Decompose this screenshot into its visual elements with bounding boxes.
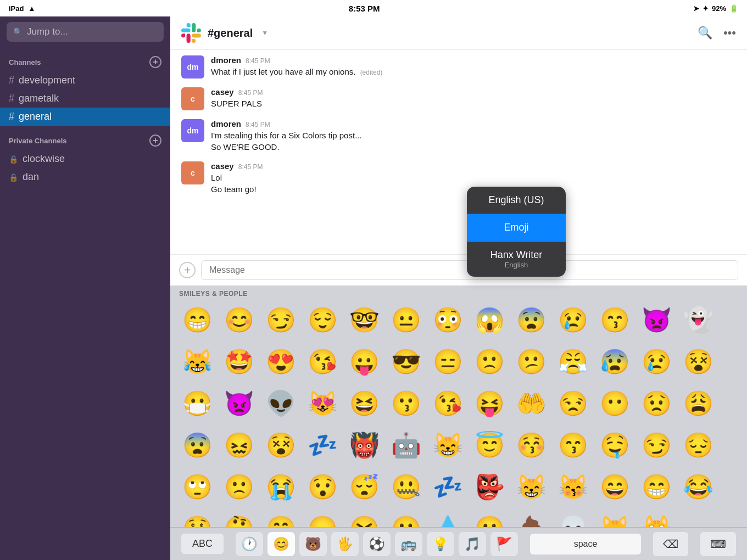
emoji-cell[interactable]: 😶 — [594, 383, 635, 424]
emoji-cell[interactable]: 🙁 — [219, 467, 259, 507]
emoji-cell[interactable]: 🤩 — [219, 341, 259, 382]
emoji-cell[interactable]: 😱 — [469, 300, 510, 340]
emoji-cell[interactable]: 😨 — [177, 425, 218, 466]
recent-icon-button[interactable]: 🕐 — [236, 532, 263, 556]
emoji-cell[interactable]: 😙 — [553, 425, 593, 466]
emoji-cell[interactable]: 😎 — [386, 341, 426, 382]
emoji-cell[interactable]: 😆 — [344, 383, 384, 424]
sidebar-item-dan[interactable]: 🔒 dan — [0, 168, 170, 186]
emoji-cell[interactable]: 😵 — [260, 425, 301, 466]
objects-icon-button[interactable]: 💡 — [427, 532, 454, 556]
emoji-cell[interactable]: 👿 — [636, 300, 677, 340]
emoji-cell[interactable]: 👹 — [344, 425, 384, 466]
add-channel-button[interactable]: + — [149, 56, 161, 68]
delete-button[interactable]: ⌫ — [653, 532, 688, 556]
emoji-cell[interactable]: 🙄 — [177, 467, 218, 507]
sports-icon-button[interactable]: ⚽ — [363, 532, 391, 556]
emoji-cell[interactable]: 👻 — [678, 300, 718, 340]
emoji-cell[interactable]: 😘 — [302, 341, 343, 382]
abc-button[interactable]: ABC — [181, 534, 224, 554]
emoji-cell[interactable]: 🤑 — [177, 508, 218, 527]
emoji-cell[interactable]: 🙁 — [469, 341, 510, 382]
emoji-cell[interactable]: 🤔 — [219, 508, 259, 527]
more-options-button[interactable]: ••• — [723, 26, 736, 40]
emoji-cell[interactable]: 😭 — [260, 467, 301, 507]
emoji-cell[interactable]: 😵 — [678, 341, 718, 382]
emoji-cell[interactable]: 🤖 — [386, 425, 426, 466]
emoji-cell[interactable]: 😁 — [177, 300, 218, 340]
emoji-cell[interactable]: 💤 — [427, 467, 468, 507]
emoji-cell[interactable]: 😌 — [302, 300, 343, 340]
emoji-cell[interactable]: 😑 — [427, 341, 468, 382]
emoji-cell[interactable]: 😺 — [594, 508, 635, 527]
emoji-cell[interactable]: 😷 — [177, 383, 218, 424]
emoji-cell[interactable]: 😤 — [553, 341, 593, 382]
sidebar-item-clockwise[interactable]: 🔒 clockwise — [0, 150, 170, 168]
emoji-icon-button[interactable]: 😊 — [267, 532, 295, 556]
search-button[interactable]: 🔍 — [698, 26, 712, 40]
emoji-cell[interactable]: 🤤 — [594, 425, 635, 466]
emoji-cell[interactable]: 😨 — [511, 300, 551, 340]
emoji-cell[interactable]: 💩 — [511, 508, 551, 527]
sidebar-item-general[interactable]: # general — [0, 108, 170, 126]
emoji-cell[interactable]: 😊 — [219, 300, 259, 340]
language-option-hanx[interactable]: Hanx Writer English — [467, 242, 566, 277]
emoji-cell[interactable]: 😙 — [594, 300, 635, 340]
emoji-cell[interactable]: 👺 — [469, 467, 510, 507]
emoji-cell[interactable]: 😄 — [594, 467, 635, 507]
emoji-cell[interactable]: 😸 — [427, 425, 468, 466]
emoji-cell[interactable]: 😴 — [344, 467, 384, 507]
keyboard-dismiss-button[interactable]: ⌨ — [700, 532, 736, 556]
emoji-cell[interactable]: 😐 — [386, 300, 426, 340]
emoji-cell[interactable]: 💤 — [302, 425, 343, 466]
emoji-cell[interactable]: 😻 — [302, 383, 343, 424]
emoji-cell[interactable]: 😢 — [553, 300, 593, 340]
emoji-cell[interactable]: 😰 — [594, 341, 635, 382]
attachment-button[interactable]: + — [179, 262, 196, 278]
emoji-cell[interactable]: 😮 — [386, 508, 426, 527]
emoji-cell[interactable]: 😏 — [636, 425, 677, 466]
emoji-cell[interactable]: 🤓 — [344, 300, 384, 340]
emoji-cell[interactable]: 😖 — [219, 425, 259, 466]
emoji-cell[interactable]: 🤲 — [511, 383, 551, 424]
travel-icon-button[interactable]: 🚌 — [395, 532, 422, 556]
emoji-cell[interactable]: 😔 — [678, 425, 718, 466]
channel-dropdown-icon[interactable]: ▼ — [261, 29, 268, 37]
emoji-cell[interactable]: 🙀 — [636, 508, 677, 527]
emoji-cell[interactable]: 😒 — [553, 383, 593, 424]
flags-icon-button[interactable]: 🚩 — [490, 532, 518, 556]
sidebar-search[interactable]: 🔍 Jump to... — [7, 22, 164, 42]
emoji-cell[interactable]: 😕 — [511, 341, 551, 382]
space-button[interactable]: space — [530, 534, 642, 555]
animals-icon-button[interactable]: 🐻 — [299, 532, 327, 556]
emoji-cell[interactable]: 😛 — [344, 341, 384, 382]
emoji-cell[interactable]: 🤐 — [386, 467, 426, 507]
emoji-cell[interactable]: 😆 — [344, 508, 384, 527]
emoji-cell[interactable]: 😹 — [177, 341, 218, 382]
emoji-cell[interactable]: 🤭 — [260, 508, 301, 527]
emoji-cell[interactable]: 😇 — [469, 425, 510, 466]
language-option-emoji[interactable]: Emoji — [467, 214, 566, 242]
emoji-cell[interactable]: 😳 — [427, 300, 468, 340]
emoji-cell[interactable]: 😟 — [636, 383, 677, 424]
emoji-cell[interactable]: 💧 — [427, 508, 468, 527]
hands-icon-button[interactable]: 🖐 — [331, 532, 359, 556]
emoji-cell[interactable]: 😏 — [260, 300, 301, 340]
sidebar-item-gametalk[interactable]: # gametalk — [0, 89, 170, 108]
add-private-channel-button[interactable]: + — [149, 135, 161, 147]
emoji-cell[interactable]: 😗 — [386, 383, 426, 424]
emoji-cell[interactable]: 😍 — [260, 341, 301, 382]
emoji-cell[interactable]: 😁 — [636, 467, 677, 507]
language-option-english[interactable]: English (US) — [467, 187, 566, 214]
emoji-cell[interactable]: 👽 — [260, 383, 301, 424]
emoji-cell[interactable]: 💀 — [553, 508, 593, 527]
emoji-cell[interactable]: 😯 — [302, 467, 343, 507]
emoji-cell[interactable]: 😝 — [469, 383, 510, 424]
emoji-cell[interactable]: 😂 — [678, 467, 718, 507]
emoji-cell[interactable]: 😘 — [427, 383, 468, 424]
emoji-cell[interactable]: 😩 — [678, 383, 718, 424]
symbols-icon-button[interactable]: 🎵 — [459, 532, 486, 556]
emoji-cell[interactable]: 😢 — [636, 341, 677, 382]
emoji-cell[interactable]: 👿 — [219, 383, 259, 424]
emoji-cell[interactable]: 😚 — [511, 425, 551, 466]
